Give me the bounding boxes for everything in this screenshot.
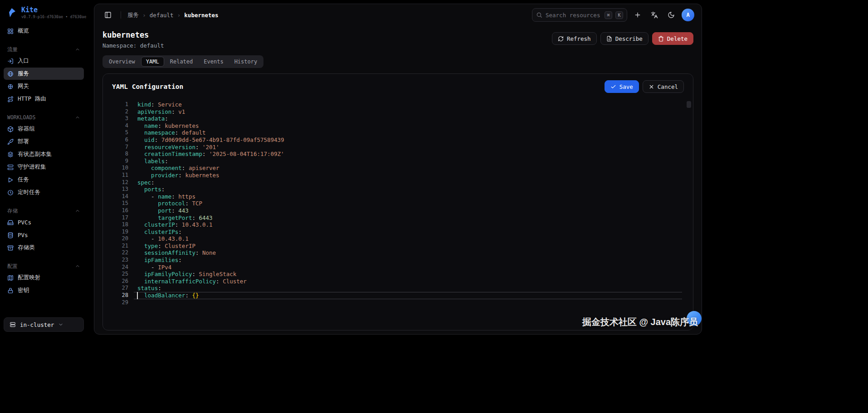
save-button[interactable]: Save	[605, 80, 639, 93]
sidebar-section-header[interactable]: 配置	[7, 262, 80, 270]
sidebar-section-label: WORKLOADS	[7, 114, 35, 121]
user-avatar[interactable]: A	[682, 9, 694, 21]
editor-line[interactable]: 18 clusterIP: 10.43.0.1	[103, 221, 693, 228]
sidebar-section-header[interactable]: WORKLOADS	[7, 113, 80, 121]
sidebar-item-label: 网关	[18, 83, 29, 90]
sidebar-item[interactable]: 存储类	[4, 242, 84, 254]
editor-line[interactable]: 19 clusterIPs:	[103, 228, 693, 236]
line-number: 8	[103, 151, 128, 158]
editor-line[interactable]: 20 - 10.43.0.1	[103, 235, 693, 243]
add-button[interactable]	[631, 9, 644, 21]
sidebar-item[interactable]: 守护进程集	[4, 161, 84, 173]
editor-line[interactable]: 6 uid: 7d0699dd-5e67-4b91-87fd-09af57589…	[103, 136, 693, 144]
delete-button[interactable]: Delete	[652, 32, 693, 45]
sidebar-item[interactable]: PVCs	[4, 216, 84, 228]
line-number: 16	[103, 207, 128, 214]
line-number: 6	[103, 136, 128, 144]
editor-line[interactable]: 12spec:	[103, 179, 693, 186]
line-number: 19	[103, 228, 128, 236]
refresh-button[interactable]: Refresh	[552, 32, 597, 45]
editor-line[interactable]: 27status:	[103, 285, 693, 292]
sidebar-item[interactable]: 任务	[4, 174, 84, 186]
sidebar-item[interactable]: 密钥	[4, 284, 84, 296]
breadcrumb-item[interactable]: 服务	[127, 11, 139, 19]
sidebar-item-label: PVCs	[18, 219, 31, 226]
editor-line[interactable]: 29	[103, 299, 693, 306]
sidebar-section-header[interactable]: 流量	[7, 45, 80, 53]
sidebar-nav: 概览流量入口服务网关HTTP 路由WORKLOADS容器组部署有状态副本集守护进…	[4, 25, 84, 296]
storageclass-icon	[7, 245, 14, 251]
sidebar-item[interactable]: 服务	[4, 68, 84, 80]
editor-line[interactable]: 5 namespace: default	[103, 129, 693, 136]
line-content: loadBalancer: {}	[134, 292, 682, 299]
search-box[interactable]: ⌘ K	[532, 8, 627, 22]
kbd-k: K	[615, 11, 623, 19]
editor-line[interactable]: 10 component: apiserver	[103, 165, 693, 172]
yaml-editor[interactable]: 1kind: Service2apiVersion: v13metadata:4…	[103, 97, 693, 330]
editor-line[interactable]: 1kind: Service	[103, 101, 693, 108]
file-text-icon	[606, 36, 612, 42]
tab-history[interactable]: History	[229, 57, 263, 67]
editor-line[interactable]: 24 - IPv4	[103, 264, 693, 271]
chevron-up-icon	[75, 115, 80, 120]
describe-button[interactable]: Describe	[600, 32, 649, 45]
line-content: type: ClusterIP	[134, 243, 682, 250]
line-number: 7	[103, 144, 128, 151]
sidebar-item[interactable]: PVs	[4, 229, 84, 241]
editor-line[interactable]: 22 sessionAffinity: None	[103, 249, 693, 257]
editor-line[interactable]: 15 protocol: TCP	[103, 200, 693, 207]
cluster-selector[interactable]: in-cluster	[4, 317, 84, 332]
sidebar-item-label: 存储类	[18, 244, 35, 252]
sidebar-item-label: 有状态副本集	[18, 151, 52, 158]
language-button[interactable]	[648, 9, 661, 21]
pvc-icon	[7, 219, 14, 226]
editor-line[interactable]: 11 provider: kubernetes	[103, 172, 693, 179]
line-content: - 10.43.0.1	[134, 235, 682, 243]
search-input[interactable]	[546, 12, 601, 19]
sidebar-item[interactable]: 概览	[4, 25, 84, 37]
editor-line[interactable]: 4 name: kubernetes	[103, 122, 693, 130]
editor-line[interactable]: 23 ipFamilies:	[103, 257, 693, 264]
sidebar-item[interactable]: 网关	[4, 80, 84, 92]
kbd-command: ⌘	[605, 11, 612, 19]
app-logo[interactable]: Kite v0.7.9-p16-d7630ae • d7630ae	[4, 5, 84, 24]
cancel-button[interactable]: Cancel	[643, 80, 684, 93]
sidebar-item[interactable]: 定时任务	[4, 186, 84, 199]
line-number: 25	[103, 271, 128, 278]
tab-yaml[interactable]: YAML	[141, 57, 164, 67]
editor-line[interactable]: 3metadata:	[103, 115, 693, 122]
editor-line[interactable]: 28 loadBalancer: {}	[103, 292, 693, 299]
sidebar-item[interactable]: 容器组	[4, 123, 84, 135]
editor-line[interactable]: 8 creationTimestamp: '2025-08-04T16:17:0…	[103, 151, 693, 158]
editor-line[interactable]: 25 ipFamilyPolicy: SingleStack	[103, 271, 693, 278]
line-content: port: 443	[134, 207, 682, 214]
pods-icon	[7, 126, 14, 132]
sidebar-item-label: 守护进程集	[18, 163, 46, 171]
sidebar-section-header[interactable]: 存储	[7, 207, 80, 215]
editor-line[interactable]: 17 targetPort: 6443	[103, 214, 693, 222]
sidebar-item[interactable]: 有状态副本集	[4, 148, 84, 160]
editor-line[interactable]: 21 type: ClusterIP	[103, 243, 693, 250]
editor-line[interactable]: 13 ports:	[103, 186, 693, 193]
editor-line[interactable]: 14 - name: https	[103, 193, 693, 200]
tab-overview[interactable]: Overview	[104, 57, 140, 67]
breadcrumb-item[interactable]: default	[150, 12, 174, 19]
gateway-icon	[7, 83, 14, 90]
theme-toggle-button[interactable]	[665, 9, 678, 21]
sidebar-item[interactable]: 部署	[4, 136, 84, 148]
editor-line[interactable]: 26 internalTrafficPolicy: Cluster	[103, 278, 693, 285]
cronjob-icon	[7, 189, 14, 196]
line-content: clusterIPs:	[134, 228, 682, 236]
sidebar-item[interactable]: HTTP 路由	[4, 93, 84, 105]
editor-line[interactable]: 9 labels:	[103, 158, 693, 165]
editor-scrollbar[interactable]	[687, 101, 691, 108]
tab-events[interactable]: Events	[199, 57, 228, 67]
sidebar-item[interactable]: 配置映射	[4, 272, 84, 284]
sidebar-toggle-button[interactable]	[102, 9, 114, 21]
editor-line[interactable]: 7 resourceVersion: '201'	[103, 144, 693, 151]
editor-line[interactable]: 2apiVersion: v1	[103, 108, 693, 116]
app-version: v0.7.9-p16-d7630ae • d7630ae	[21, 15, 86, 19]
tab-related[interactable]: Related	[165, 57, 198, 67]
sidebar-item[interactable]: 入口	[4, 55, 84, 67]
editor-line[interactable]: 16 port: 443	[103, 207, 693, 214]
